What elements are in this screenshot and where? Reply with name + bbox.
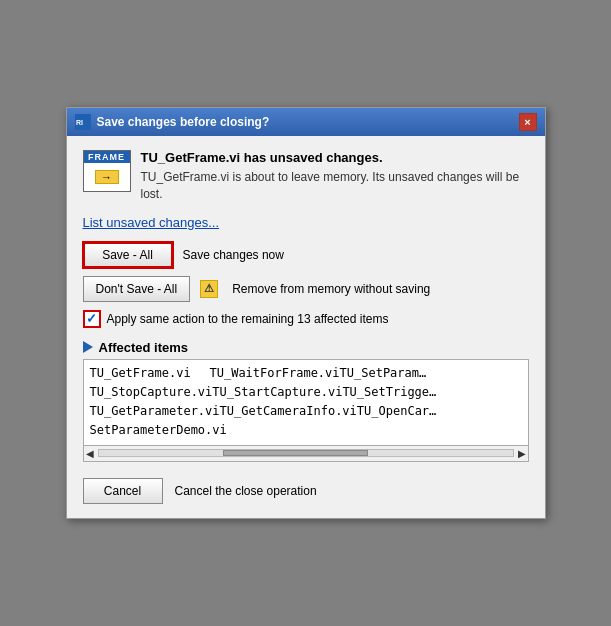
save-all-button[interactable]: Save - All xyxy=(83,242,173,268)
save-dialog: RI Save changes before closing? × FRAME … xyxy=(66,107,546,518)
footer-row: Cancel Cancel the close operation xyxy=(83,474,529,504)
list-item: TU_SetParam… xyxy=(340,364,460,383)
horizontal-scrollbar[interactable]: ◀ ▶ xyxy=(83,446,529,462)
close-button[interactable]: × xyxy=(519,113,537,131)
dialog-title: Save changes before closing? xyxy=(97,115,270,129)
dont-save-button[interactable]: Don't Save - All xyxy=(83,276,191,302)
header-bold: TU_GetFrame.vi has unsaved changes. xyxy=(141,150,529,165)
svg-text:RI: RI xyxy=(76,119,83,126)
header-text: TU_GetFrame.vi has unsaved changes. TU_G… xyxy=(141,150,529,203)
list-item: TU_GetParameter.vi xyxy=(90,402,220,421)
affected-list: TU_GetFrame.vi TU_WaitForFrame.vi TU_Set… xyxy=(83,359,529,446)
apply-all-checkbox[interactable]: ✓ xyxy=(83,310,101,328)
list-item: TU_GetCameraInfo.vi xyxy=(220,402,357,421)
scrollbar-track[interactable] xyxy=(98,449,514,457)
save-all-row: Save - All Save changes now xyxy=(83,242,529,268)
cancel-button[interactable]: Cancel xyxy=(83,478,163,504)
list-item: TU_StartCapture.vi xyxy=(212,383,342,402)
save-all-desc: Save changes now xyxy=(183,248,284,262)
checkbox-check-mark: ✓ xyxy=(86,312,97,325)
list-item xyxy=(347,421,467,440)
list-item: TU_OpenCar… xyxy=(357,402,477,421)
app-icon: RI xyxy=(75,114,91,130)
title-bar-left: RI Save changes before closing? xyxy=(75,114,270,130)
vi-icon: FRAME → xyxy=(83,150,131,192)
header-section: FRAME → TU_GetFrame.vi has unsaved chang… xyxy=(83,150,529,203)
header-desc: TU_GetFrame.vi is about to leave memory.… xyxy=(141,169,529,203)
vi-icon-arrow: → xyxy=(95,170,119,184)
dont-save-desc: Remove from memory without saving xyxy=(232,282,430,296)
list-item xyxy=(227,421,347,440)
collapse-arrow-icon[interactable] xyxy=(83,341,93,353)
dont-save-row: Don't Save - All ⚠ Remove from memory wi… xyxy=(83,276,529,302)
table-row: TU_StopCapture.vi TU_StartCapture.vi TU_… xyxy=(90,383,522,402)
scroll-right-button[interactable]: ▶ xyxy=(518,448,526,459)
vi-icon-label: FRAME xyxy=(84,151,130,163)
affected-label: Affected items xyxy=(99,340,189,355)
list-item: TU_GetFrame.vi xyxy=(90,364,210,383)
table-row: TU_GetFrame.vi TU_WaitForFrame.vi TU_Set… xyxy=(90,364,522,383)
list-item: TU_WaitForFrame.vi xyxy=(210,364,340,383)
list-item: TU_StopCapture.vi xyxy=(90,383,213,402)
apply-all-label: Apply same action to the remaining 13 af… xyxy=(107,312,389,326)
affected-header: Affected items xyxy=(83,340,529,355)
affected-section: Affected items TU_GetFrame.vi TU_WaitFor… xyxy=(83,340,529,462)
vi-icon-middle: → xyxy=(84,163,130,191)
warning-icon: ⚠ xyxy=(200,280,218,298)
list-item: TU_SetTrigge… xyxy=(342,383,462,402)
list-unsaved-link[interactable]: List unsaved changes... xyxy=(83,215,220,230)
title-bar: RI Save changes before closing? × xyxy=(67,108,545,136)
scroll-left-button[interactable]: ◀ xyxy=(86,448,94,459)
table-row: SetParameterDemo.vi xyxy=(90,421,522,440)
apply-all-row: ✓ Apply same action to the remaining 13 … xyxy=(83,310,529,328)
dialog-content: FRAME → TU_GetFrame.vi has unsaved chang… xyxy=(67,136,545,517)
scrollbar-thumb[interactable] xyxy=(223,450,368,456)
cancel-desc: Cancel the close operation xyxy=(175,484,317,498)
list-item: SetParameterDemo.vi xyxy=(90,421,227,440)
table-row: TU_GetParameter.vi TU_GetCameraInfo.vi T… xyxy=(90,402,522,421)
